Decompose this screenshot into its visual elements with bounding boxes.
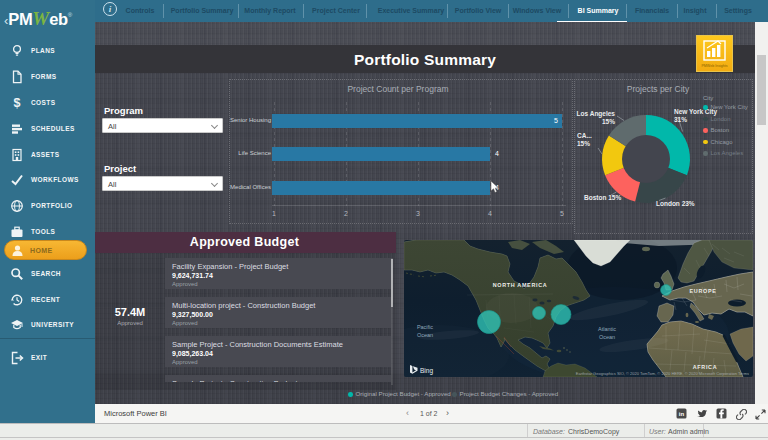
svg-text:Atlantic: Atlantic bbox=[598, 326, 616, 332]
svg-text:Pacific: Pacific bbox=[417, 324, 433, 330]
svg-text:Ocean: Ocean bbox=[599, 334, 615, 340]
svg-text:Earthstar Geographics SIO, © 2: Earthstar Geographics SIO, © 2020 TomTom… bbox=[576, 371, 749, 376]
svg-text:EUROPE: EUROPE bbox=[690, 288, 717, 294]
svg-text:PMWeb Insights: PMWeb Insights bbox=[701, 64, 727, 68]
svg-text:Bing: Bing bbox=[420, 367, 433, 375]
svg-text:AFRICA: AFRICA bbox=[693, 364, 718, 370]
svg-text:in: in bbox=[679, 411, 685, 417]
svg-text:NORTH AMERICA: NORTH AMERICA bbox=[493, 282, 548, 288]
